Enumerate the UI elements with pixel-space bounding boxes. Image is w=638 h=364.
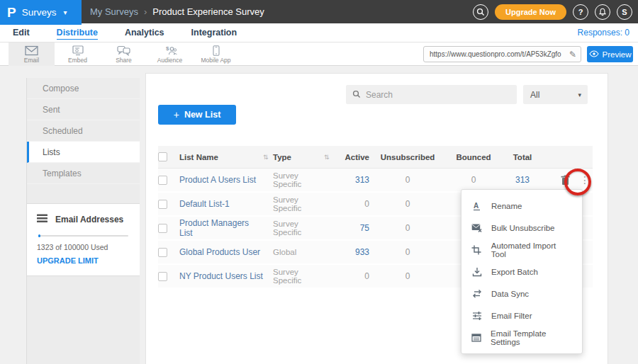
list-filter-dropdown[interactable]: All ▾ (523, 85, 588, 104)
automated-import-icon (471, 245, 482, 255)
svg-text:A: A (474, 201, 478, 209)
toolbar-item-embed[interactable]: Embed (55, 42, 101, 66)
row-checkbox[interactable] (158, 224, 167, 233)
unsubscribed-count: 0 (369, 223, 446, 233)
header-type: Type (273, 153, 324, 161)
page-title: Product Experience Survey (152, 6, 264, 17)
toolbar-item-email[interactable]: Email (9, 42, 55, 66)
chevron-down-icon: ▾ (578, 91, 581, 98)
active-count[interactable]: 0 (334, 199, 369, 209)
toolbar-label: Share (116, 57, 132, 64)
row-checkbox[interactable] (158, 176, 167, 185)
svg-text:$: $ (166, 45, 169, 52)
list-name-link[interactable]: Product A Users List (179, 175, 263, 185)
sort-icon[interactable]: ⇅ (324, 154, 334, 161)
plus-icon: + (174, 109, 179, 120)
edit-url-pencil-icon[interactable]: ✎ (569, 50, 576, 59)
menu-item-export-batch[interactable]: Export Batch (461, 261, 582, 283)
breadcrumb-separator: › (144, 6, 147, 17)
eye-icon (589, 50, 599, 59)
notifications-bell-icon[interactable] (595, 4, 610, 20)
delete-trash-icon[interactable] (561, 175, 570, 186)
breadcrumb: My Surveys › Product Experience Survey (90, 0, 264, 23)
toolbar-label: Audience (157, 57, 182, 64)
survey-url-field[interactable]: https://www.questionpro.com/t/AP53kZgfo … (423, 46, 581, 62)
menu-item-rename[interactable]: A Rename (461, 195, 582, 217)
menu-item-email-template-settings[interactable]: Email Template Settings (461, 326, 582, 348)
email-filter-icon (471, 311, 482, 321)
list-type: Global (273, 248, 324, 256)
list-name-link[interactable]: NY Product Users List (179, 271, 263, 281)
list-name-link[interactable]: Product Managers List (179, 218, 263, 238)
list-name-link[interactable]: Default List-1 (179, 199, 263, 209)
breadcrumb-parent[interactable]: My Surveys (90, 6, 138, 17)
active-count[interactable]: 933 (334, 247, 369, 257)
total-count[interactable]: 313 (501, 175, 544, 185)
sidebar-item-scheduled[interactable]: Scheduled (27, 120, 140, 142)
sidebar-spacer (27, 184, 140, 203)
mobile-app-icon (213, 45, 220, 56)
responses-count[interactable]: Responses: 0 (578, 28, 629, 38)
embed-icon (72, 45, 84, 56)
sort-icon[interactable]: ⇅ (263, 154, 273, 161)
select-all-checkbox[interactable] (158, 152, 167, 161)
menu-item-email-filter[interactable]: Email Filter (461, 305, 582, 326)
search-icon[interactable] (473, 4, 488, 20)
avatar[interactable]: S (617, 4, 632, 20)
list-actions-menu: A Rename Bulk Unsubscribe Automated Impo… (461, 189, 583, 354)
data-sync-icon (471, 289, 482, 298)
header-total: Total (501, 153, 544, 161)
unsubscribed-count: 0 (369, 247, 446, 257)
header-unsubscribed: Unsubscribed (369, 153, 446, 161)
questionpro-logo: P (7, 6, 16, 19)
email-sidebar: Compose Sent Scheduled Lists Templates E… (26, 78, 140, 364)
help-button[interactable]: ? (573, 4, 588, 20)
active-count[interactable]: 75 (334, 223, 369, 233)
tab-edit[interactable]: Edit (13, 26, 30, 39)
row-menu-dots-icon[interactable]: ⋮ (580, 175, 586, 185)
preview-button[interactable]: Preview (587, 46, 633, 62)
active-count[interactable]: 0 (334, 271, 369, 281)
bulk-unsubscribe-icon (471, 223, 482, 232)
sidebar-item-lists[interactable]: Lists (27, 142, 140, 163)
tab-distribute[interactable]: Distribute (57, 26, 98, 40)
top-bar: My Surveys › Product Experience Survey U… (0, 0, 638, 23)
list-name-link[interactable]: Global Products User (179, 247, 263, 257)
toolbar-item-mobile-app[interactable]: Mobile App (193, 42, 239, 66)
unsubscribed-count: 0 (369, 271, 446, 281)
row-checkbox[interactable] (158, 200, 167, 209)
usage-progress-bar (38, 235, 128, 237)
new-list-button[interactable]: + New List (158, 105, 236, 125)
row-checkbox[interactable] (158, 272, 167, 281)
row-checkbox[interactable] (158, 248, 167, 257)
tab-analytics[interactable]: Analytics (125, 26, 164, 39)
toolbar-label: Mobile App (201, 57, 230, 64)
sidebar-item-sent[interactable]: Sent (27, 99, 140, 120)
toolbar-item-share[interactable]: Share (101, 42, 147, 66)
share-icon (117, 45, 130, 56)
menu-item-automated-import[interactable]: Automated Import Tool (461, 239, 582, 261)
sidebar-item-compose[interactable]: Compose (27, 78, 140, 99)
active-count[interactable]: 313 (334, 175, 369, 185)
new-list-label: New List (184, 110, 220, 120)
audience-icon: $ (163, 45, 177, 56)
product-switcher[interactable]: P Surveys ▾ (0, 0, 82, 25)
upgrade-now-button[interactable]: Upgrade Now (495, 4, 566, 20)
tab-integration[interactable]: Integration (191, 26, 237, 39)
search-placeholder: Search (366, 90, 393, 100)
distribute-toolbar: Email Embed Share $ Audience Mobile App … (0, 42, 638, 66)
list-search-input[interactable]: Search (346, 85, 517, 104)
email-template-icon (471, 334, 481, 342)
toolbar-item-audience[interactable]: $ Audience (147, 42, 193, 66)
upgrade-limit-link[interactable]: UPGRADE LIMIT (37, 256, 130, 265)
toolbar-label: Email (24, 57, 39, 64)
menu-item-bulk-unsubscribe[interactable]: Bulk Unsubscribe (461, 217, 582, 239)
bounced-count: 0 (446, 175, 501, 185)
table-header-row: List Name ⇅ Type ⇅ Active Unsubscribed B… (158, 146, 593, 169)
list-type: Survey Specific (273, 268, 324, 285)
sidebar-item-templates[interactable]: Templates (27, 163, 140, 184)
email-addresses-title: Email Addresses (55, 215, 123, 224)
menu-item-data-sync[interactable]: Data Sync (461, 283, 582, 305)
list-lines-icon (37, 213, 48, 226)
survey-nav: Edit Distribute Analytics Integration Re… (0, 23, 638, 42)
